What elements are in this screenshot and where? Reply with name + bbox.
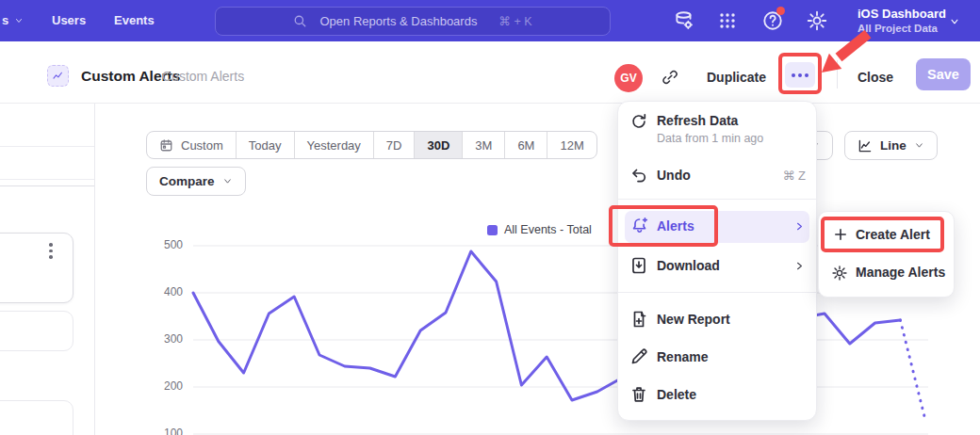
rename-pencil-icon <box>629 347 648 366</box>
settings-gear-icon[interactable] <box>806 9 828 32</box>
breadcrumb: Custom Alerts <box>162 69 244 84</box>
range-6m[interactable]: 6M <box>504 132 547 158</box>
header-divider <box>837 60 838 89</box>
menu-item-rename[interactable]: Rename <box>657 349 708 364</box>
line-chart-icon <box>858 138 873 153</box>
refresh-icon <box>629 112 648 131</box>
date-range-selector: Custom Today Yesterday 7D 30D 3M 6M 12M <box>146 131 597 159</box>
undo-shortcut: ⌘ Z <box>768 169 806 183</box>
project-switcher[interactable]: iOS Dashboard All Project Data <box>858 6 946 35</box>
chart-type-button[interactable]: Line <box>844 131 938 160</box>
y-tick-label: 400 <box>141 285 183 298</box>
sidebar-row-divider <box>0 179 94 180</box>
manage-alerts-gear-icon <box>831 265 848 282</box>
calendar-icon <box>159 138 173 153</box>
project-name: iOS Dashboard <box>858 6 946 22</box>
search-placeholder: Open Reports & Dashboards <box>319 14 477 28</box>
download-icon <box>629 256 648 275</box>
nav-item-cutoff[interactable]: s <box>2 13 24 27</box>
legend-label: All Events - Total <box>504 223 592 236</box>
close-button[interactable]: Close <box>858 70 893 85</box>
nav-item-cutoff-label: s <box>2 13 8 27</box>
avatar[interactable]: GV <box>614 64 643 92</box>
delete-trash-icon <box>629 385 648 404</box>
new-report-icon <box>629 310 648 329</box>
kebab-menu-icon[interactable] <box>49 243 53 259</box>
chevron-right-icon <box>793 220 806 233</box>
apps-grid-icon[interactable] <box>717 10 738 35</box>
nav-item-events[interactable]: Events <box>114 13 155 27</box>
save-button[interactable]: Save <box>916 58 971 90</box>
duplicate-button[interactable]: Duplicate <box>707 70 766 85</box>
project-scope: All Project Data <box>858 22 946 35</box>
annotation-box-more-button <box>778 53 822 94</box>
menu-item-undo[interactable]: Undo <box>657 168 691 183</box>
annotation-box-create-alert <box>821 217 944 252</box>
compare-button[interactable]: Compare <box>146 167 246 196</box>
chevron-right-icon <box>793 260 806 272</box>
search-input[interactable]: Open Reports & Dashboards ⌘ + K <box>215 7 611 36</box>
chevron-down-icon <box>14 16 24 25</box>
query-builder-card[interactable] <box>0 311 74 351</box>
data-management-icon[interactable] <box>673 9 695 32</box>
sidebar-row-divider <box>0 146 94 147</box>
menu-divider <box>618 199 816 200</box>
y-tick-label: 500 <box>141 238 183 251</box>
chevron-down-icon <box>222 176 233 186</box>
nav-item-users[interactable]: Users <box>52 13 86 27</box>
menu-item-delete[interactable]: Delete <box>657 387 696 402</box>
chart-legend[interactable]: All Events - Total <box>487 223 592 236</box>
report-type-icon <box>47 65 69 87</box>
menu-item-refresh-data[interactable]: Refresh Data <box>657 113 738 128</box>
range-custom[interactable]: Custom <box>147 132 236 158</box>
range-7d[interactable]: 7D <box>373 132 415 158</box>
range-3m[interactable]: 3M <box>462 132 504 158</box>
y-tick-label: 200 <box>141 379 183 393</box>
menu-divider <box>618 292 816 293</box>
legend-swatch <box>487 225 498 235</box>
range-today[interactable]: Today <box>236 132 294 158</box>
sidebar-section-divider <box>0 185 94 186</box>
search-shortcut: ⌘ + K <box>498 14 531 28</box>
y-tick-label: 100 <box>141 427 183 435</box>
chevron-down-icon <box>914 140 924 151</box>
menu-item-download[interactable]: Download <box>657 258 720 273</box>
query-builder-card[interactable] <box>0 233 74 303</box>
refresh-data-subtitle: Data from 1 min ago <box>657 132 763 145</box>
share-link-icon[interactable] <box>662 69 678 86</box>
annotation-box-alerts <box>609 205 718 247</box>
project-chevron-down-icon[interactable] <box>948 16 961 27</box>
undo-icon <box>629 166 648 185</box>
search-icon <box>293 14 307 28</box>
submenu-item-manage-alerts[interactable]: Manage Alerts <box>856 265 945 280</box>
menu-item-new-report[interactable]: New Report <box>657 312 730 327</box>
range-30d-selected[interactable]: 30D <box>414 132 462 158</box>
query-builder-card[interactable] <box>0 400 74 435</box>
notification-dot <box>776 7 785 15</box>
range-yesterday[interactable]: Yesterday <box>294 132 373 158</box>
y-tick-label: 300 <box>141 332 183 346</box>
range-12m[interactable]: 12M <box>547 132 596 158</box>
